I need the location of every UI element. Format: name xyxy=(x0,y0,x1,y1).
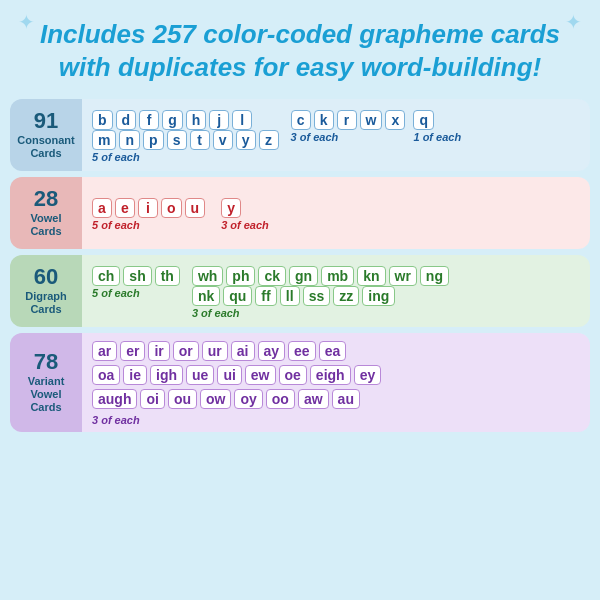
consonant-label-text: Consonant Cards xyxy=(14,134,78,160)
count-3each: 3 of each xyxy=(192,307,449,319)
digraph-card: ch xyxy=(92,266,120,286)
consonant-group-5each: bdfghjlmnpstvyz5 of each xyxy=(92,110,279,163)
variant-card: or xyxy=(173,341,199,361)
digraph-card: mb xyxy=(321,266,354,286)
digraph-content-col: chshth5 of eachwhphckgnmbknwrngnkqufflls… xyxy=(82,255,590,327)
variant-card: oy xyxy=(234,389,262,409)
letter-card: s xyxy=(167,130,187,150)
letter-card: z xyxy=(259,130,279,150)
digraph-card: nk xyxy=(192,286,220,306)
letter-card: o xyxy=(161,198,182,218)
digraph-card: qu xyxy=(223,286,252,306)
consonant-subgroup: q1 of each xyxy=(413,110,461,143)
variant-card: ey xyxy=(354,365,382,385)
variant-card: aw xyxy=(298,389,329,409)
variant-card: ee xyxy=(288,341,316,361)
header-title: Includes 257 color-coded grapheme cards … xyxy=(30,18,570,83)
star-left-icon: ✦ xyxy=(18,10,35,34)
vowel-subgroup: aeiou5 of each xyxy=(92,198,205,231)
digraph-card: ng xyxy=(420,266,449,286)
letter-card: b xyxy=(92,110,113,130)
letter-card: p xyxy=(143,130,164,150)
card-grid: 91Consonant Cardsbdfghjlmnpstvyz5 of eac… xyxy=(0,95,600,442)
variant-card: er xyxy=(120,341,145,361)
digraph-card: ck xyxy=(258,266,286,286)
letter-card: y xyxy=(221,198,241,218)
digraph-card: wr xyxy=(389,266,417,286)
digraph-card: ll xyxy=(280,286,300,306)
letter-card: e xyxy=(115,198,135,218)
digraph-label-col: 60Digraph Cards xyxy=(10,255,82,327)
count-5each: 5 of each xyxy=(92,287,180,299)
consonant-subgroup: ckrwx3 of each xyxy=(291,110,406,143)
letter-card: g xyxy=(162,110,183,130)
variant-card: ay xyxy=(258,341,286,361)
letter-card: n xyxy=(119,130,140,150)
variant-card: ur xyxy=(202,341,228,361)
letter-card: j xyxy=(209,110,229,130)
variant-card: ue xyxy=(186,365,214,385)
letter-card: r xyxy=(337,110,357,130)
variant-card: ai xyxy=(231,341,255,361)
digraph-label-text: Digraph Cards xyxy=(14,290,78,316)
variant-content-col: areriroruraiayeeeaoaieighueuiewoeeigheya… xyxy=(82,333,590,432)
letter-card: x xyxy=(385,110,405,130)
variant-card: oa xyxy=(92,365,120,385)
variant-card: oo xyxy=(266,389,295,409)
row-digraph: 60Digraph Cardschshth5 of eachwhphckgnmb… xyxy=(10,255,590,327)
row-consonant: 91Consonant Cardsbdfghjlmnpstvyz5 of eac… xyxy=(10,99,590,171)
letter-card: t xyxy=(190,130,210,150)
count-label: 1 of each xyxy=(413,131,461,143)
variant-label-col: 78Variant Vowel Cards xyxy=(10,333,82,432)
variant-card: au xyxy=(332,389,360,409)
variant-card: ou xyxy=(168,389,197,409)
letter-card: k xyxy=(314,110,334,130)
variant-card: ow xyxy=(200,389,231,409)
letter-card: u xyxy=(185,198,206,218)
variant-card: igh xyxy=(150,365,183,385)
consonant-content-col: bdfghjlmnpstvyz5 of eachckrwx3 of eachq1… xyxy=(82,99,590,171)
row-vowel: 28Vowel Cardsaeiou5 of eachy3 of each xyxy=(10,177,590,249)
row-variant: 78Variant Vowel Cardsareriroruraiayeeeao… xyxy=(10,333,590,432)
letter-card: i xyxy=(138,198,158,218)
letter-card: y xyxy=(236,130,256,150)
letter-card: c xyxy=(291,110,311,130)
variant-card: ea xyxy=(319,341,347,361)
digraph-card: zz xyxy=(333,286,359,306)
variant-card: eigh xyxy=(310,365,351,385)
vowel-label-text: Vowel Cards xyxy=(14,212,78,238)
digraph-5each: chshth5 of each xyxy=(92,266,180,299)
digraph-card: gn xyxy=(289,266,318,286)
digraph-card: wh xyxy=(192,266,223,286)
variant-card: oi xyxy=(140,389,164,409)
vowel-number: 28 xyxy=(34,188,58,210)
count-5each: 5 of each xyxy=(92,151,279,163)
vowel-subgroup: y3 of each xyxy=(221,198,269,231)
vowel-content-col: aeiou5 of eachy3 of each xyxy=(82,177,590,249)
digraph-card: ing xyxy=(362,286,395,306)
header: Includes 257 color-coded grapheme cards … xyxy=(0,0,600,95)
star-right-icon: ✦ xyxy=(565,10,582,34)
letter-card: h xyxy=(186,110,207,130)
variant-label-text: Variant Vowel Cards xyxy=(14,375,78,415)
letter-card: l xyxy=(232,110,252,130)
variant-card: augh xyxy=(92,389,137,409)
vowel-label-col: 28Vowel Cards xyxy=(10,177,82,249)
variant-card: ie xyxy=(123,365,147,385)
digraph-card: kn xyxy=(357,266,385,286)
digraph-card: th xyxy=(155,266,180,286)
letter-card: v xyxy=(213,130,233,150)
letter-card: w xyxy=(360,110,383,130)
letter-card: a xyxy=(92,198,112,218)
variant-card: oe xyxy=(279,365,307,385)
count-label: 3 of each xyxy=(291,131,406,143)
letter-card: m xyxy=(92,130,116,150)
digraph-number: 60 xyxy=(34,266,58,288)
digraph-3each: whphckgnmbknwrngnkquffllsszzing3 of each xyxy=(192,266,449,319)
variant-card: ir xyxy=(148,341,169,361)
variant-card: ar xyxy=(92,341,117,361)
variant-card: ew xyxy=(245,365,276,385)
digraph-card: ff xyxy=(255,286,276,306)
consonant-group-3-1each: ckrwx3 of eachq1 of each xyxy=(291,110,462,143)
digraph-card: ph xyxy=(226,266,255,286)
